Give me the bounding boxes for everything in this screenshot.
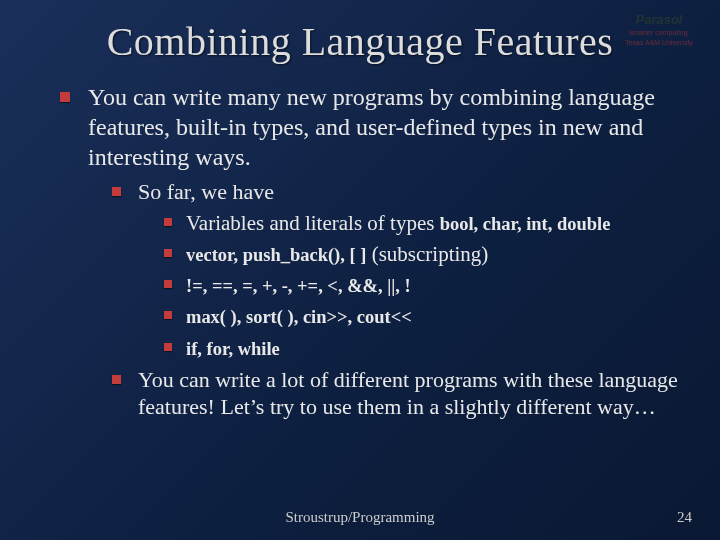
bullet-closing: You can write a lot of different program… bbox=[112, 366, 680, 421]
sofar-text: So far, we have bbox=[138, 179, 274, 204]
types-text: Variables and literals of types bbox=[186, 211, 440, 235]
closing-text: You can write a lot of different program… bbox=[138, 367, 678, 420]
page-number: 24 bbox=[677, 509, 692, 526]
types-code: bool, char, int, double bbox=[440, 214, 611, 234]
bullet-types: Variables and literals of types bool, ch… bbox=[164, 210, 680, 236]
bullet-intro: You can write many new programs by combi… bbox=[60, 82, 680, 421]
slide-body: You can write many new programs by combi… bbox=[60, 82, 680, 429]
bullet-control: if, for, while bbox=[164, 335, 680, 361]
bullet-sofar: So far, we have Variables and literals o… bbox=[112, 178, 680, 361]
operators-code: !=, ==, =, +, -, +=, <, &&, ||, ! bbox=[186, 276, 411, 296]
logo-tagline-2: Texas A&M University bbox=[616, 39, 702, 47]
logo-tagline-1: Smarter computing. bbox=[616, 29, 702, 37]
control-code: if, for, while bbox=[186, 339, 280, 359]
logo-text: Parasol bbox=[616, 12, 702, 27]
footer-center: Stroustrup/Programming bbox=[0, 509, 720, 526]
bullet-operators: !=, ==, =, +, -, +=, <, &&, ||, ! bbox=[164, 272, 680, 298]
bullet-io: max( ), sort( ), cin>>, cout<< bbox=[164, 303, 680, 329]
bullet-vector: vector, push_back(), [ ] (subscripting) bbox=[164, 241, 680, 267]
parasol-logo: Parasol Smarter computing. Texas A&M Uni… bbox=[616, 12, 702, 46]
vector-code: vector, push_back(), [ ] bbox=[186, 245, 366, 265]
vector-text: (subscripting) bbox=[366, 242, 488, 266]
slide-title: Combining Language Features bbox=[0, 18, 720, 65]
io-code: max( ), sort( ), cin>>, cout<< bbox=[186, 307, 412, 327]
slide: Combining Language Features Parasol Smar… bbox=[0, 0, 720, 540]
intro-text: You can write many new programs by combi… bbox=[88, 84, 655, 170]
